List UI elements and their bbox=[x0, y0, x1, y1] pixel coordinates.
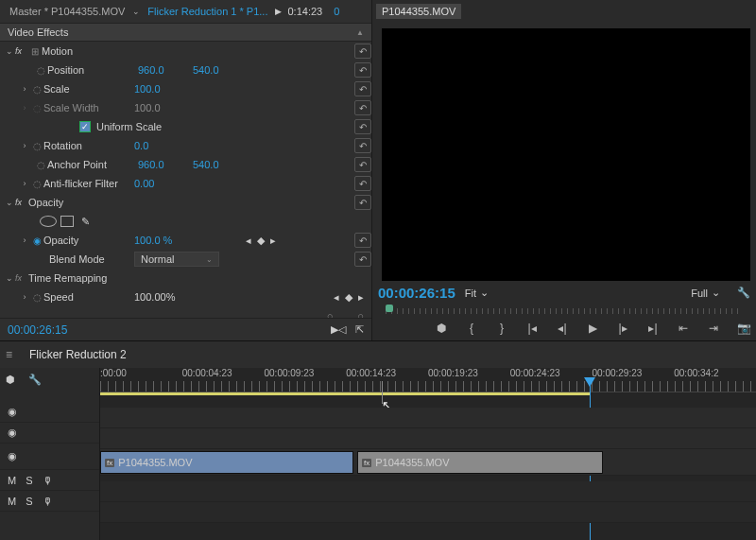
position-row[interactable]: ◌ Position 960.0 540.0 ↶ bbox=[0, 61, 371, 79]
chevron-right-icon[interactable]: › bbox=[19, 235, 30, 245]
mic-icon[interactable]: 🎙 bbox=[43, 475, 53, 486]
eye-icon[interactable]: ◉ bbox=[8, 450, 17, 462]
chevron-right-icon[interactable]: › bbox=[19, 141, 30, 150]
go-to-in-button[interactable]: |◂ bbox=[525, 322, 539, 335]
chevron-right-icon[interactable]: › bbox=[19, 103, 30, 113]
track-a2-header[interactable]: M S 🎙 bbox=[0, 491, 99, 512]
opacity-value-row[interactable]: › ◉ Opacity 100.0 % ◂◆▸ ↶ bbox=[0, 231, 371, 250]
fx-badge-icon[interactable]: fx bbox=[15, 46, 28, 56]
uniform-scale-row[interactable]: ✓ Uniform Scale ↶ bbox=[0, 117, 371, 136]
mute-button[interactable]: M bbox=[8, 475, 16, 486]
clip[interactable]: fx P1044355.MOV bbox=[357, 451, 603, 474]
antiflicker-value[interactable]: 0.00 bbox=[134, 178, 172, 189]
scale-value[interactable]: 100.0 bbox=[134, 83, 172, 95]
reset-icon[interactable]: ↶ bbox=[354, 44, 371, 59]
sequence-name[interactable]: Flicker Reduction 2 bbox=[29, 348, 127, 361]
master-clip-tab[interactable]: Master * P1044355.MOV bbox=[4, 3, 130, 20]
anchor-y[interactable]: 540.0 bbox=[193, 159, 231, 170]
chevron-down-icon[interactable]: ⌄ bbox=[4, 46, 15, 56]
stopwatch-icon[interactable]: ◌ bbox=[30, 141, 43, 151]
track-a1-header[interactable]: M S 🎙 bbox=[0, 470, 99, 491]
eye-icon[interactable]: ◉ bbox=[8, 427, 17, 439]
scale-width-row[interactable]: › ◌ Scale Width 100.0 ↶ bbox=[0, 98, 371, 117]
effect-tab[interactable]: Flicker Reduction 1 * P1... bbox=[142, 3, 273, 20]
mark-in-button[interactable]: { bbox=[465, 322, 478, 335]
mic-icon[interactable]: 🎙 bbox=[43, 496, 53, 507]
keyframe-nav[interactable]: ◂◆▸ bbox=[332, 291, 366, 304]
reset-icon[interactable]: ↶ bbox=[354, 62, 371, 78]
reset-icon[interactable]: ↶ bbox=[354, 176, 371, 191]
anchor-x[interactable]: 960.0 bbox=[138, 159, 176, 170]
blend-mode-dropdown[interactable]: Normal ⌄ bbox=[134, 252, 219, 267]
chevron-down-icon[interactable]: ⌄ bbox=[4, 198, 15, 207]
wrench-icon[interactable]: 🔧 bbox=[737, 287, 750, 299]
audio-track-1[interactable] bbox=[100, 481, 756, 502]
stopwatch-icon[interactable]: ◌ bbox=[30, 84, 43, 95]
program-viewer[interactable] bbox=[382, 28, 750, 281]
track-v3-header[interactable]: ◉ bbox=[0, 402, 99, 423]
rotation-row[interactable]: › ◌ Rotation 0.0 ↶ bbox=[0, 136, 371, 155]
anchor-row[interactable]: ◌ Anchor Point 960.0 540.0 ↶ bbox=[0, 155, 371, 174]
wrench-icon[interactable]: 🔧 bbox=[28, 374, 42, 386]
work-area-bar[interactable] bbox=[100, 392, 590, 395]
video-track-3[interactable] bbox=[100, 408, 756, 428]
panel-menu-icon[interactable]: ≡ bbox=[6, 348, 12, 361]
mark-out-button[interactable]: } bbox=[495, 322, 508, 335]
overwrite-button[interactable]: ⇥ bbox=[707, 322, 720, 335]
speed-value[interactable]: 100.00% bbox=[134, 291, 175, 303]
video-effects-header[interactable]: Video Effects ▲ bbox=[0, 23, 371, 42]
uniform-scale-checkbox[interactable]: ✓ bbox=[79, 121, 91, 132]
footer-timecode[interactable]: 00:00:26:15 bbox=[8, 323, 67, 337]
export-frame-button[interactable]: 📷 bbox=[737, 322, 750, 335]
time-ruler[interactable]: :00:00 00:00:04:23 00:00:09:23 00:00:14:… bbox=[100, 368, 756, 396]
step-back-button[interactable]: ◂| bbox=[556, 322, 569, 335]
stopwatch-icon[interactable]: ◌ bbox=[30, 292, 43, 303]
eye-icon[interactable]: ◉ bbox=[8, 406, 17, 418]
time-remap-group[interactable]: ⌄ fx Time Remapping bbox=[0, 269, 371, 287]
source-clip-tab[interactable]: P1044355.MOV bbox=[376, 4, 461, 19]
snap-icon[interactable]: ⬢ bbox=[6, 374, 15, 386]
opacity-value[interactable]: 100.0 % bbox=[134, 235, 172, 246]
add-marker-button[interactable]: ⬢ bbox=[435, 322, 448, 335]
track-v1-header[interactable]: ◉ bbox=[0, 444, 99, 470]
clip-selected[interactable]: fx P1044355.MOV bbox=[100, 451, 353, 474]
loop-icon[interactable]: ▶◁ bbox=[331, 323, 346, 336]
keyframe-nav[interactable]: ◂◆▸ bbox=[244, 235, 278, 247]
chevron-down-icon[interactable]: ⌄ bbox=[4, 273, 15, 283]
video-track-1[interactable]: fx P1044355.MOV fx P1044355.MOV bbox=[100, 449, 756, 476]
reset-icon[interactable]: ↶ bbox=[354, 233, 371, 248]
blend-row[interactable]: Blend Mode Normal ⌄ ↶ bbox=[0, 250, 371, 269]
speed-row[interactable]: › ◌ Speed 100.00% ◂◆▸ bbox=[0, 287, 371, 306]
video-track-2[interactable] bbox=[100, 428, 756, 449]
mini-timeline-ruler[interactable] bbox=[386, 308, 743, 314]
reset-icon[interactable]: ↶ bbox=[354, 119, 371, 134]
reset-icon[interactable]: ↶ bbox=[354, 138, 371, 153]
resolution-dropdown[interactable]: Full ⌄ bbox=[691, 287, 720, 299]
stopwatch-icon[interactable]: ◌ bbox=[30, 179, 43, 189]
transform-icon[interactable]: ⊞ bbox=[28, 46, 42, 57]
stopwatch-icon[interactable]: ◌ bbox=[34, 65, 47, 76]
chevron-right-icon[interactable]: › bbox=[19, 179, 30, 188]
position-x[interactable]: 960.0 bbox=[138, 64, 176, 76]
reset-icon[interactable]: ↶ bbox=[354, 100, 371, 115]
ellipse-mask-icon[interactable] bbox=[40, 216, 57, 227]
insert-button[interactable]: ⇤ bbox=[677, 322, 690, 335]
mute-button[interactable]: M bbox=[8, 496, 16, 507]
circle-handle-icon[interactable]: ○ bbox=[357, 310, 364, 318]
fx-badge-icon[interactable]: fx bbox=[15, 273, 28, 283]
reset-icon[interactable]: ↶ bbox=[354, 157, 371, 172]
scale-row[interactable]: › ◌ Scale 100.0 ↶ bbox=[0, 79, 371, 98]
reset-icon[interactable]: ↶ bbox=[354, 252, 371, 267]
motion-group[interactable]: ⌄ fx ⊞ Motion ↶ bbox=[0, 42, 371, 61]
reset-icon[interactable]: ↶ bbox=[354, 81, 371, 96]
track-v2-header[interactable]: ◉ bbox=[0, 423, 99, 444]
chevron-right-icon[interactable]: › bbox=[19, 292, 30, 302]
pen-mask-icon[interactable]: ✎ bbox=[81, 216, 90, 228]
play-button[interactable]: ▶ bbox=[586, 322, 599, 335]
stopwatch-icon[interactable]: ◌ bbox=[34, 160, 47, 170]
chevron-down-icon[interactable]: ⌄ bbox=[130, 7, 142, 16]
position-y[interactable]: 540.0 bbox=[193, 64, 231, 76]
go-to-out-button[interactable]: ▸| bbox=[646, 322, 660, 335]
opacity-group[interactable]: ⌄ fx Opacity ↶ bbox=[0, 193, 371, 212]
audio-track-2[interactable] bbox=[100, 502, 756, 523]
